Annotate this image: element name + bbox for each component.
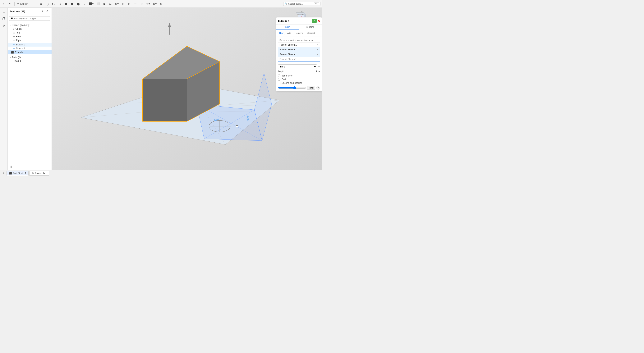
bottom-tree-icons: ☰ [8, 164, 52, 170]
extrude-draft-checkbox[interactable] [278, 78, 280, 80]
extrude-help-button[interactable]: ? [316, 86, 320, 90]
tool-12[interactable]: ◉ [102, 1, 107, 6]
extrude-face-remove-3[interactable]: ✕ [317, 53, 318, 56]
tab-solid[interactable]: Solid [276, 24, 299, 30]
extrude-face-item-4[interactable]: Face of Sketch 1 [278, 57, 320, 62]
extrude-subtabs: New Add Remove Intersect [276, 30, 322, 36]
default-geometry-header[interactable]: ▼ Default geometry [8, 23, 52, 27]
viewport[interactable]: Front Right Front Z X Y L [52, 8, 322, 170]
subtab-remove[interactable]: Remove [294, 31, 304, 35]
tool-21[interactable]: ⊝ [158, 1, 164, 6]
default-geometry-section: ▼ Default geometry ● Origin ▭ Top ▭ Fron… [8, 23, 52, 43]
tool-16[interactable]: ⊠ [127, 1, 132, 6]
redo-button[interactable]: ↪ [8, 1, 13, 6]
bottom-tabs-bar: + ⬛ Part Studio 1 ⚙ Assembly 1 [0, 170, 322, 176]
parts-header[interactable]: ▼ Parts (1) [8, 56, 52, 59]
extrude-pen-button[interactable]: ✏ [318, 65, 320, 68]
search-input[interactable] [288, 2, 313, 5]
extrude-method-select[interactable]: Blind Symmetric Through all [278, 64, 317, 69]
tree-item-extrude1[interactable]: ⬛ Extrude 1 [8, 50, 52, 54]
extrude-face-item-3[interactable]: Face of Sketch 1 ✕ [278, 52, 320, 57]
svg-marker-14 [142, 79, 187, 121]
tool-10[interactable]: ⬛▾ [88, 1, 95, 6]
top-label: Top [16, 32, 20, 34]
extrude-face-text-2: Face of Sketch 1 [280, 48, 297, 51]
sketch2-icon: ✏ [13, 47, 15, 50]
tool-3[interactable]: ◯ [44, 1, 50, 6]
extrude-symmetric-label: Symmetric [282, 74, 292, 77]
origin-label: Origin [16, 28, 22, 30]
part1-label: Part 1 [14, 60, 21, 62]
extrude-symmetric-row: Symmetric [278, 74, 320, 77]
extrude-face-item-2[interactable]: Face of Sketch 1 ✕ [278, 47, 320, 52]
tool-15[interactable]: ⊞ [120, 1, 126, 6]
tab-assembly-1[interactable]: ⚙ Assembly 1 [29, 171, 49, 176]
tree-item-top[interactable]: ▭ Top [8, 31, 52, 35]
feature-panel: Features (31) ⊞ ⏱ ☰ ▼ Default geometry ● [8, 8, 52, 170]
tool-6[interactable]: ⬢ [63, 1, 68, 6]
tree-list-view-button[interactable]: ☰ [9, 164, 14, 169]
extrude-second-end-checkbox[interactable] [278, 82, 280, 84]
extrude-face-remove-1[interactable]: ✕ [317, 44, 318, 46]
tool-17[interactable]: ⊗ [133, 1, 138, 6]
extrude-panel-header: Extrude 1 ✓ ✕ [276, 18, 322, 24]
extrude-method-row: Blind Symmetric Through all ✏ [278, 64, 320, 69]
extrude-draft-row: Draft [278, 78, 320, 81]
filter-input[interactable] [14, 17, 49, 20]
extrude-slider-row: Final ? [278, 86, 320, 90]
extrude-face-remove-2[interactable]: ✕ [317, 48, 318, 51]
tool-13[interactable]: ◎ [108, 1, 113, 6]
undo-button[interactable]: ↩ [2, 1, 7, 6]
subtab-add[interactable]: Add [286, 31, 293, 35]
tool-11[interactable]: ⬜ [96, 1, 101, 6]
tool-2[interactable]: ⊕ [38, 1, 44, 6]
extrude-final-button[interactable]: Final [307, 86, 315, 90]
subtab-new[interactable]: New [278, 31, 285, 35]
extrude-slider[interactable] [278, 86, 306, 89]
sketch-button[interactable]: ✏ Sketch [16, 1, 29, 6]
tool-14[interactable]: ⊙▾ [114, 1, 120, 6]
tool-8[interactable]: ⬤ [76, 1, 81, 6]
svg-point-13 [236, 125, 238, 127]
extrude-face-item-1[interactable]: Face of Sketch 1 ✕ [278, 42, 320, 47]
tool-7[interactable]: ⬣ [70, 1, 75, 6]
tool-5[interactable]: ⬡ [57, 1, 62, 6]
svg-text:X: X [301, 16, 302, 17]
tree-item-sketch1[interactable]: ✏ Sketch 1 [8, 43, 52, 46]
feature-add-button[interactable]: ⊞ [40, 9, 45, 14]
tab-part-studio-1[interactable]: ⬛ Part Studio 1 [6, 171, 28, 176]
extrude-method-section: Blind Symmetric Through all ✏ Depth 7 in… [276, 63, 322, 91]
tool-20[interactable]: ⊜▾ [152, 1, 158, 6]
subtab-intersect[interactable]: Intersect [305, 31, 316, 35]
extrude-second-end-label: Second end position [282, 82, 302, 84]
extrude-symmetric-checkbox[interactable] [278, 74, 280, 77]
add-tab-button[interactable]: + [2, 171, 6, 175]
tool-1[interactable]: ⬚ [32, 1, 38, 6]
sidebar-comments-icon[interactable]: 💬 [1, 16, 6, 22]
extrude-cancel-button[interactable]: ✕ [318, 19, 320, 23]
svg-text:Z: Z [302, 14, 303, 16]
sketch-label: Sketch [20, 2, 28, 5]
filter-box: ☰ [8, 15, 52, 22]
filter-icon: ☰ [10, 17, 13, 20]
assembly-tab-label: Assembly 1 [35, 172, 47, 174]
tree-item-part1[interactable]: Part 1 [8, 59, 52, 63]
tool-4[interactable]: ▾ ▸ [50, 1, 56, 6]
sidebar-settings-icon[interactable]: ⚙ [1, 23, 6, 28]
tool-9[interactable]: ⬦ [82, 1, 87, 6]
tree-item-front[interactable]: ▭ Front [8, 35, 52, 38]
sketch-icon: ✏ [17, 2, 19, 5]
tab-surface[interactable]: Surface [299, 24, 322, 30]
extrude-ok-button[interactable]: ✓ [312, 19, 317, 23]
tool-19[interactable]: ⊛▾ [145, 1, 151, 6]
extrude-second-end-row: Second end position [278, 82, 320, 84]
tool-18[interactable]: ⊘ [139, 1, 144, 6]
sidebar-features-icon[interactable]: ☰ [1, 9, 6, 14]
tree-item-right[interactable]: ▭ Right [8, 38, 52, 42]
search-icon: 🔍 [284, 2, 288, 5]
tree-item-sketch2[interactable]: ✏ Sketch 2 [8, 46, 52, 50]
extrude-depth-value: 7 in [316, 70, 320, 73]
feature-history-button[interactable]: ⏱ [46, 9, 50, 14]
top-icon: ▭ [13, 32, 15, 34]
tree-item-origin[interactable]: ● Origin [8, 27, 52, 31]
